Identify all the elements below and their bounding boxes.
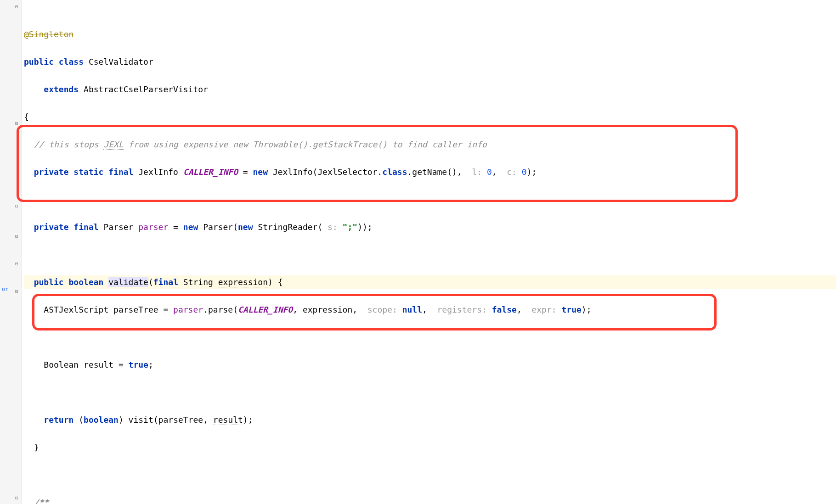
code-text: parser: [173, 305, 203, 314]
fold-icon[interactable]: ⊟: [15, 233, 21, 239]
code-text: l:: [472, 167, 487, 177]
code-text: private static final: [24, 167, 138, 177]
code-text: final: [153, 277, 183, 287]
code-text: CselValidator: [89, 57, 153, 67]
code-text: 0: [487, 167, 492, 177]
code-text: registers:: [437, 305, 492, 314]
code-text: public class: [24, 57, 89, 67]
code-text: JexlInfo: [138, 167, 183, 177]
fold-icon[interactable]: ⊟: [15, 4, 21, 9]
code-text: Parser: [103, 222, 138, 232]
code-text: ) {: [268, 277, 283, 287]
code-text: ,: [492, 167, 507, 177]
code-text: true: [561, 305, 581, 314]
code-text: =: [168, 222, 183, 232]
code-text: result: [213, 415, 243, 425]
code-text: 0: [522, 167, 527, 177]
code-text: return: [24, 415, 79, 425]
code-editor[interactable]: @Singleton public class CselValidator ex…: [22, 0, 836, 504]
override-gutter-icon[interactable]: o↑: [2, 286, 8, 292]
code-text: {: [24, 112, 29, 122]
code-text: ASTJexlScript parseTree =: [24, 305, 173, 314]
code-text: null: [402, 305, 422, 314]
code-text: expr:: [531, 305, 561, 314]
code-text: =: [238, 167, 253, 177]
code-text: JexlInfo(JexlSelector.: [273, 167, 382, 177]
code-text: Parser(: [203, 222, 238, 232]
code-text: validate: [108, 277, 148, 287]
code-text: boolean: [84, 415, 119, 425]
code-text: c:: [507, 167, 522, 177]
code-text: (: [79, 415, 84, 425]
fold-icon[interactable]: ⊟: [15, 261, 21, 266]
code-text: );: [527, 167, 537, 177]
code-text: ,: [422, 305, 437, 314]
fold-icon[interactable]: ⊟: [15, 495, 21, 500]
code-text: );: [243, 415, 253, 425]
code-text: }: [24, 442, 39, 452]
code-text: true: [129, 360, 148, 370]
code-text: (: [148, 277, 153, 287]
code-text: class: [382, 167, 407, 177]
code-text: expression: [218, 277, 268, 287]
code-text: CALLER_INFO: [183, 167, 238, 177]
code-text: parser: [138, 222, 168, 232]
code-text: ) visit(parseTree,: [119, 415, 213, 425]
code-text: public boolean: [24, 277, 108, 287]
code-text: scope:: [367, 305, 402, 314]
code-text: @Singleton: [24, 29, 73, 39]
code-text: JEXL: [103, 140, 123, 150]
code-text: /**: [24, 498, 49, 504]
code-text: new: [253, 167, 273, 177]
code-text: private final: [24, 222, 103, 232]
code-text: ));: [357, 222, 373, 232]
code-text: s:: [328, 222, 343, 232]
code-text: ,: [517, 305, 532, 314]
code-text: AbstractCselParserVisitor: [84, 84, 208, 94]
code-text: false: [492, 305, 517, 314]
code-text: CALLER_INFO: [238, 305, 293, 314]
code-text: // this stops: [24, 140, 103, 149]
fold-icon[interactable]: ⊟: [15, 120, 21, 126]
code-text: new: [238, 222, 258, 232]
fold-icon[interactable]: ⊟: [15, 203, 21, 208]
editor-gutter: o↑ ⊟ ⊟ ⊟ ⊟ ⊟ ⊟ ⊟: [0, 0, 22, 504]
code-text: extends: [24, 84, 84, 94]
code-text: ";": [343, 222, 358, 232]
code-text: new: [183, 222, 203, 232]
code-text: .parse(: [203, 305, 238, 314]
code-text: );: [582, 305, 592, 314]
code-text: ;: [148, 360, 153, 370]
code-text: Boolean result =: [24, 360, 129, 370]
code-text: String: [183, 277, 218, 287]
code-text: StringReader(: [258, 222, 328, 232]
code-text: , expression,: [293, 305, 367, 314]
code-text: .getName(),: [407, 167, 472, 177]
fold-icon[interactable]: ⊟: [15, 288, 21, 294]
code-text: from using expensive new Throwable().get…: [124, 140, 487, 149]
